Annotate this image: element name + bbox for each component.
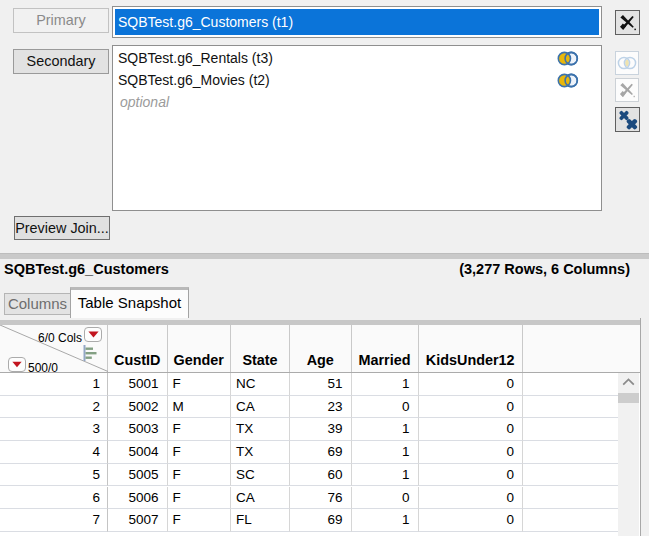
cell-custid[interactable]: 5003 xyxy=(108,418,168,441)
cell-kidsunder12[interactable]: 0 xyxy=(419,373,524,396)
grid-corner-cell: 6/0 Cols xyxy=(0,325,108,372)
rows-menu-button[interactable] xyxy=(8,357,26,372)
cell-state[interactable]: TX xyxy=(231,441,290,464)
secondary-tables-listbox[interactable]: SQBTest.g6_Rentals (t3) SQBTest.g6_Movie… xyxy=(112,45,602,211)
scrollbar-thumb[interactable] xyxy=(618,393,639,403)
column-header[interactable]: Married xyxy=(352,325,419,372)
cell-age[interactable]: 69 xyxy=(290,509,352,532)
cell-custid[interactable]: 5002 xyxy=(108,396,168,419)
secondary-button[interactable]: Secondary xyxy=(13,49,109,74)
column-header[interactable]: Age xyxy=(290,325,352,372)
row-number-cell[interactable]: 7 xyxy=(0,509,108,532)
brush-x-icon xyxy=(619,14,636,31)
primary-table-selected-item[interactable]: SQBTest.g6_Customers (t1) xyxy=(115,9,599,35)
tab-columns[interactable]: Columns xyxy=(4,293,70,315)
primary-button[interactable]: Primary xyxy=(13,8,109,33)
cell-state[interactable]: SC xyxy=(231,464,290,487)
venn-diagram-icon xyxy=(617,56,637,70)
table-row: 1 5001 F NC 51 1 0 xyxy=(0,373,618,396)
secondary-table-label: SQBTest.g6_Rentals (t3) xyxy=(118,50,273,66)
grid-header: 6/0 Cols xyxy=(0,325,640,373)
clear-joins-button[interactable] xyxy=(615,107,640,132)
cell-custid[interactable]: 5004 xyxy=(108,441,168,464)
table-row: 5 5005 F SC 60 1 0 xyxy=(0,464,618,487)
edit-join-button[interactable] xyxy=(615,51,639,75)
cell-filler xyxy=(523,464,618,487)
preview-join-button[interactable]: Preview Join... xyxy=(14,216,110,240)
cell-state[interactable]: FL xyxy=(231,509,290,532)
cell-custid[interactable]: 5006 xyxy=(108,487,168,510)
cell-gender[interactable]: F xyxy=(168,441,232,464)
row-number-cell[interactable]: 3 xyxy=(0,418,108,441)
cell-age[interactable]: 39 xyxy=(290,418,352,441)
cell-married[interactable]: 1 xyxy=(352,418,419,441)
table-row: 3 5003 F TX 39 1 0 xyxy=(0,418,618,441)
cell-custid[interactable]: 5007 xyxy=(108,509,168,532)
cell-married[interactable]: 0 xyxy=(352,487,419,510)
cell-state[interactable]: CA xyxy=(231,396,290,419)
remove-primary-table-button[interactable] xyxy=(615,10,640,35)
result-table-title: SQBTest.g6_Customers xyxy=(4,261,169,277)
tab-table-snapshot[interactable]: Table Snapshot xyxy=(70,287,189,318)
column-header[interactable]: Gender xyxy=(168,325,232,372)
row-number-cell[interactable]: 5 xyxy=(0,464,108,487)
cell-gender[interactable]: F xyxy=(168,464,232,487)
table-row: 2 5002 M CA 23 0 0 xyxy=(0,396,618,419)
scrollbar-up-button[interactable] xyxy=(618,373,639,391)
secondary-table-item[interactable]: SQBTest.g6_Movies (t2) xyxy=(113,70,601,92)
cell-gender[interactable]: F xyxy=(168,487,232,510)
cell-age[interactable]: 60 xyxy=(290,464,352,487)
cell-filler xyxy=(523,418,618,441)
cell-married[interactable]: 1 xyxy=(352,509,419,532)
cell-age[interactable]: 76 xyxy=(290,487,352,510)
cell-state[interactable]: TX xyxy=(231,418,290,441)
cell-gender[interactable]: M xyxy=(168,396,232,419)
cell-kidsunder12[interactable]: 0 xyxy=(419,464,524,487)
row-number-cell[interactable]: 2 xyxy=(0,396,108,419)
chevron-up-icon xyxy=(622,378,635,386)
cell-age[interactable]: 23 xyxy=(290,396,352,419)
cell-custid[interactable]: 5001 xyxy=(108,373,168,396)
cell-age[interactable]: 51 xyxy=(290,373,352,396)
vertical-scrollbar[interactable] xyxy=(618,373,639,536)
table-snapshot-grid: 6/0 Cols xyxy=(0,318,641,536)
cell-married[interactable]: 1 xyxy=(352,373,419,396)
cell-married[interactable]: 1 xyxy=(352,464,419,487)
row-number-cell[interactable]: 4 xyxy=(0,441,108,464)
row-number-cell[interactable]: 1 xyxy=(0,373,108,396)
table-row: 4 5004 F TX 69 1 0 xyxy=(0,441,618,464)
cell-gender[interactable]: F xyxy=(168,373,232,396)
cell-state[interactable]: CA xyxy=(231,487,290,510)
cell-married[interactable]: 0 xyxy=(352,396,419,419)
double-x-icon xyxy=(618,110,638,130)
column-header[interactable]: KidsUnder12 xyxy=(419,325,524,372)
cell-filler xyxy=(523,373,618,396)
cell-kidsunder12[interactable]: 0 xyxy=(419,418,524,441)
red-triangle-icon xyxy=(88,331,99,338)
column-header[interactable]: State xyxy=(231,325,290,372)
columns-menu-button[interactable] xyxy=(84,327,102,342)
column-header[interactable]: CustID xyxy=(108,325,168,372)
secondary-table-label: SQBTest.g6_Movies (t2) xyxy=(118,72,270,88)
cell-kidsunder12[interactable]: 0 xyxy=(419,509,524,532)
cell-kidsunder12[interactable]: 0 xyxy=(419,441,524,464)
secondary-table-item[interactable]: SQBTest.g6_Rentals (t3) xyxy=(113,48,601,70)
splitter-bar[interactable] xyxy=(0,253,649,259)
query-builder-window: Primary SQBTest.g6_Customers (t1) Second… xyxy=(0,0,649,536)
cell-filler xyxy=(523,509,618,532)
left-outer-join-venn-icon xyxy=(557,51,579,72)
cell-gender[interactable]: F xyxy=(168,418,232,441)
cell-gender[interactable]: F xyxy=(168,509,232,532)
primary-table-listbox[interactable]: SQBTest.g6_Customers (t1) xyxy=(112,6,602,38)
cell-custid[interactable]: 5005 xyxy=(108,464,168,487)
cell-kidsunder12[interactable]: 0 xyxy=(419,487,524,510)
cell-state[interactable]: NC xyxy=(231,373,290,396)
red-triangle-icon xyxy=(12,361,22,368)
optional-placeholder: optional xyxy=(113,92,601,114)
row-number-cell[interactable]: 6 xyxy=(0,487,108,510)
cell-kidsunder12[interactable]: 0 xyxy=(419,396,524,419)
cell-married[interactable]: 1 xyxy=(352,441,419,464)
cell-age[interactable]: 69 xyxy=(290,441,352,464)
remove-join-button[interactable] xyxy=(615,78,639,102)
column-header-filler xyxy=(523,325,618,372)
